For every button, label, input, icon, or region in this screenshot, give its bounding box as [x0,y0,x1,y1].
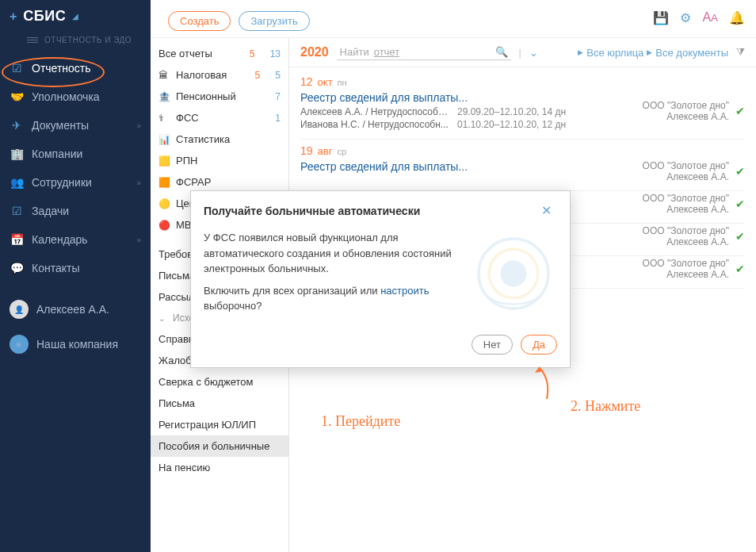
modal-text: У ФСС появился новый функционал для авто… [204,230,457,317]
dropdown-icon[interactable]: ⌄ [529,47,538,59]
entry-title: Реестр сведений для выплаты... [300,160,643,174]
check-icon: ✔ [735,230,745,243]
year-filter[interactable]: 2020 [300,45,329,59]
bird-icon: ◢ [72,12,78,21]
search-input[interactable]: Найти отчет 🔍 [337,44,511,60]
configure-link[interactable]: настроить [380,285,429,297]
nav-item-3[interactable]: 🏢Компании [0,140,151,168]
nav-item-1[interactable]: 🤝Уполномочка [0,82,151,111]
entry-org: ООО "Золотое дно" [643,225,729,236]
extra-6[interactable]: На пенсию [151,457,288,478]
entry-org: ООО "Золотое дно" [643,258,729,269]
all-reports[interactable]: Все отчеты5 13 [151,43,288,64]
no-button[interactable]: Нет [472,335,513,355]
app-subtitle: ОТЧЕТНОСТЬ И ЭДО [0,33,151,54]
entry-title: Реестр сведений для выплаты... [300,91,643,105]
modal-title: Получайте больничные автоматически [204,205,420,217]
extra-2[interactable]: Сверка с бюджетом [151,371,288,393]
report-4[interactable]: 🟨РПН [151,150,288,171]
font-icon[interactable]: AA [702,10,718,25]
entry-who: Алексеев А.А. [643,269,729,280]
nav-icon: 📅 [10,233,24,246]
svg-point-2 [501,261,527,287]
plus-icon[interactable]: + [10,10,17,24]
chevron-right-icon: » [136,236,141,244]
company-icon: ≡ [10,335,29,354]
bell-icon[interactable]: 🔔 [729,10,745,25]
report-icon: 🟨 [158,155,171,167]
company-link[interactable]: ≡ Наша компания [0,327,151,362]
report-icon: 📊 [158,134,171,145]
brand-name: СБИС [23,8,66,25]
create-button[interactable]: Создать [168,11,231,31]
app-logo: + СБИС ◢ [0,0,151,33]
nav-item-6[interactable]: 📅Календарь» [0,225,151,254]
entry-org: ООО "Золотое дно" [643,193,729,204]
search-icon[interactable]: 🔍 [495,46,508,58]
check-icon: ✔ [735,105,745,117]
entry-who: Алексеев А.А. [643,171,729,182]
check-icon: ✔ [735,197,745,210]
chevron-right-icon: » [136,121,141,130]
check-icon: ✔ [735,263,745,275]
nav-icon: ✈ [10,119,24,132]
report-icon: 🔴 [158,220,171,231]
fss-emblem-icon [470,230,557,317]
nav-icon: 🤝 [10,90,24,103]
entry-who: Алексеев А.А. [643,111,729,122]
check-icon: ✔ [735,165,745,178]
date-header: 19авгср [300,140,745,159]
user-profile[interactable]: 👤 Алексеев А.А. [0,292,151,327]
report-0[interactable]: 🏛Налоговая5 5 [151,64,288,86]
nav-icon: ☑ [10,205,24,217]
filter-entities[interactable]: Все юрлица [586,47,643,59]
report-3[interactable]: 📊Статистика [151,128,288,150]
nav-icon: ☑ [10,62,24,75]
nav-item-5[interactable]: ☑Задачи [0,197,151,225]
date-header: 12октпн [300,71,745,90]
nav-icon: 💬 [10,262,24,274]
save-icon[interactable]: 💾 [653,10,669,25]
report-2[interactable]: ⚕ФСС1 [151,107,288,128]
report-icon: ⚕ [158,113,171,124]
entry-who: Алексеев А.А. [643,236,729,247]
yes-button[interactable]: Да [521,335,557,355]
nav-icon: 👥 [10,176,24,189]
extra-3[interactable]: Письма [151,393,288,414]
modal-dialog: Получайте больничные автоматически ✕ У Ф… [190,190,571,368]
nav-item-4[interactable]: 👥Сотрудники» [0,168,151,197]
extra-4[interactable]: Регистрация ЮЛ/ИП [151,414,288,435]
extra-5[interactable]: Пособия и больничные [151,435,288,457]
avatar: 👤 [10,300,29,319]
chevron-down-icon: ⌄ [158,314,165,323]
report-1[interactable]: 🏦Пенсионный7 [151,86,288,107]
nav-item-0[interactable]: ☑Отчетность [0,54,151,82]
report-icon: 🏦 [158,91,171,102]
list-entry[interactable]: Реестр сведений для выплаты...ООО "Золот… [300,159,745,191]
list-entry[interactable]: Реестр сведений для выплаты...Алексеев А… [300,90,745,140]
menu-icon[interactable] [27,36,38,44]
funnel-icon[interactable]: ⧩ [736,46,745,59]
chevron-right-icon: » [136,178,141,187]
user-name: Алексеев А.А. [36,303,109,316]
gear-icon[interactable]: ⚙ [680,10,691,25]
nav-item-2[interactable]: ✈Документы» [0,111,151,140]
report-icon: 🟡 [158,198,171,209]
entry-who: Алексеев А.А. [643,204,729,215]
close-icon[interactable]: ✕ [536,201,557,220]
upload-button[interactable]: Загрузить [239,11,309,31]
report-5[interactable]: 🟧ФСРАР [151,171,288,193]
filter-docs[interactable]: Все документы [655,47,728,59]
entry-org: ООО "Золотое дно" [643,160,729,171]
entry-org: ООО "Золотое дно" [643,100,729,111]
nav-icon: 🏢 [10,148,24,160]
company-name: Наша компания [36,338,118,351]
report-icon: 🟧 [158,177,171,188]
report-icon: 🏛 [158,70,171,81]
nav-item-7[interactable]: 💬Контакты [0,254,151,282]
